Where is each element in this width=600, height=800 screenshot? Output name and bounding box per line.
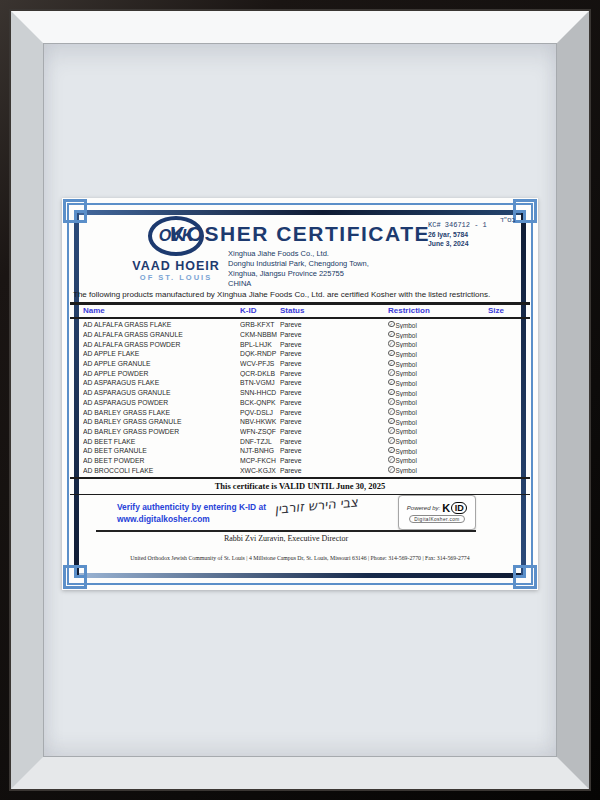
product-status: Pareve [280,321,388,328]
kosher-certificate: OVK VAAD HOEIR OF ST. LOUIS KOSHER CERTI… [62,198,538,590]
check-circle-icon: ✓ [388,408,395,415]
product-kid: DNF-TZJL [240,438,280,445]
product-table-rows: AD ALFALFA GRASS FLAKE GRB-KFXT Pareve ✓… [70,320,530,475]
product-status: Pareve [280,379,388,386]
product-kid: XWC-KGJX [240,467,280,474]
product-restriction: ✓Symbol [388,418,488,426]
certificate-content: OVK VAAD HOEIR OF ST. LOUIS KOSHER CERTI… [62,198,538,590]
restriction-label: Symbol [396,428,417,435]
certification-statement: The following products manufactured by X… [73,290,527,299]
company-address-1: Donghu Industrial Park, Chengdong Town, [228,259,369,269]
product-status: Pareve [280,418,388,425]
check-circle-icon: ✓ [388,369,395,376]
product-kid: MCP-FKCH [240,457,280,464]
restriction-label: Symbol [396,322,417,329]
check-circle-icon: ✓ [388,427,395,434]
product-name: AD BEET FLAKE [83,438,240,445]
check-circle-icon: ✓ [388,437,395,444]
product-name: AD ALFALFA GRASS FLAKE [83,321,240,328]
restriction-label: Symbol [396,419,417,426]
product-restriction: ✓Symbol [388,360,488,368]
product-kid: BPL-LHJK [240,341,280,348]
signatory-name: Rabbi Zvi Zuravin, Executive Director [96,534,476,543]
product-status: Pareve [280,360,388,367]
kid-badge: Powered by: K ID DigitalKosher.com [398,495,476,530]
product-kid: WFN-ZSQF [240,428,280,435]
product-status: Pareve [280,331,388,338]
product-restriction: ✓Symbol [388,398,488,406]
check-circle-icon: ✓ [388,340,395,347]
restriction-label: Symbol [396,467,417,474]
issue-date: June 3, 2024 [428,239,520,248]
product-status: Pareve [280,409,388,416]
col-header-kid: K-ID [240,306,280,315]
product-status: Pareve [280,370,388,377]
table-row: AD ALFALFA GRASS GRANULE CKM-NBBM Pareve… [70,330,530,340]
product-name: AD ASPARAGUS POWDER [83,399,240,406]
product-name: AD ALFALFA GRASS GRANULE [83,331,240,338]
check-circle-icon: ✓ [388,398,395,405]
table-row: AD ASPARAGUS FLAKE BTN-VGMJ Pareve ✓Symb… [70,378,530,388]
product-restriction: ✓Symbol [388,456,488,464]
restriction-label: Symbol [396,448,417,455]
table-row: AD BROCCOLI FLAKE XWC-KGJX Pareve ✓Symbo… [70,465,530,475]
table-row: AD ALFALFA GRASS POWDER BPL-LHJK Pareve … [70,339,530,349]
frame-bevel: OVK VAAD HOEIR OF ST. LOUIS KOSHER CERTI… [11,11,589,789]
restriction-label: Symbol [396,409,417,416]
table-row: AD APPLE GRANULE WCV-PFJS Pareve ✓Symbol [70,359,530,369]
check-circle-icon: ✓ [388,360,395,367]
product-restriction: ✓Symbol [388,408,488,416]
company-country: CHINA [228,279,369,289]
product-restriction: ✓Symbol [388,331,488,339]
product-status: Pareve [280,457,388,464]
kid-logo-id: ID [451,502,467,514]
product-kid: BCK-QNPK [240,399,280,406]
product-name: AD APPLE FLAKE [83,350,240,357]
product-status: Pareve [280,467,388,474]
product-name: AD BARLEY GRASS POWDER [83,428,240,435]
restriction-label: Symbol [396,341,417,348]
col-header-restriction: Restriction [388,306,488,315]
product-kid: BTN-VGMJ [240,379,280,386]
product-kid: PQV-DSLJ [240,409,280,416]
valid-until-line: This certificate is VALID UNTIL June 30,… [62,481,538,491]
product-name: AD BEET POWDER [83,457,240,464]
product-restriction: ✓Symbol [388,350,488,358]
product-restriction: ✓Symbol [388,321,488,329]
col-header-status: Status [280,306,388,315]
product-restriction: ✓Symbol [388,379,488,387]
product-name: AD BEET GRANULE [83,447,240,454]
product-restriction: ✓Symbol [388,389,488,397]
table-row: AD BEET GRANULE NJT-BNHG Pareve ✓Symbol [70,446,530,456]
product-name: AD APPLE POWDER [83,370,240,377]
product-kid: GRB-KFXT [240,321,280,328]
certificate-number: KC# 346712 - 1 [428,221,520,230]
company-name: Xinghua Jiahe Foods Co., Ltd. [228,249,369,259]
table-row: AD BARLEY GRASS GRANULE NBV-HKWK Pareve … [70,417,530,427]
certificate-meta: KC# 346712 - 1 26 Iyar, 5784 June 3, 202… [428,221,520,248]
product-restriction: ✓Symbol [388,447,488,455]
restriction-label: Symbol [396,351,417,358]
product-table-header: Name K-ID Status Restriction Size [70,304,530,316]
signature-line [96,530,476,532]
product-status: Pareve [280,438,388,445]
product-name: AD BARLEY GRASS GRANULE [83,418,240,425]
restriction-label: Symbol [396,332,417,339]
framed-certificate-photo: OVK VAAD HOEIR OF ST. LOUIS KOSHER CERTI… [0,0,600,800]
table-row: AD ASPARAGUS POWDER BCK-QNPK Pareve ✓Sym… [70,398,530,408]
table-row: AD APPLE FLAKE DQK-RNDP Pareve ✓Symbol [70,349,530,359]
restriction-label: Symbol [396,370,417,377]
check-circle-icon: ✓ [388,447,395,454]
table-row: AD APPLE POWDER QCR-DKLB Pareve ✓Symbol [70,368,530,378]
product-status: Pareve [280,389,388,396]
product-status: Pareve [280,350,388,357]
check-circle-icon: ✓ [388,466,395,473]
product-kid: NJT-BNHG [240,447,280,454]
product-name: AD ASPARAGUS FLAKE [83,379,240,386]
kid-badge-top: Powered by: K ID [407,502,467,514]
divider [70,477,530,479]
hebrew-date: 26 Iyar, 5784 [428,230,520,239]
check-circle-icon: ✓ [388,321,395,328]
product-restriction: ✓Symbol [388,437,488,445]
check-circle-icon: ✓ [388,331,395,338]
